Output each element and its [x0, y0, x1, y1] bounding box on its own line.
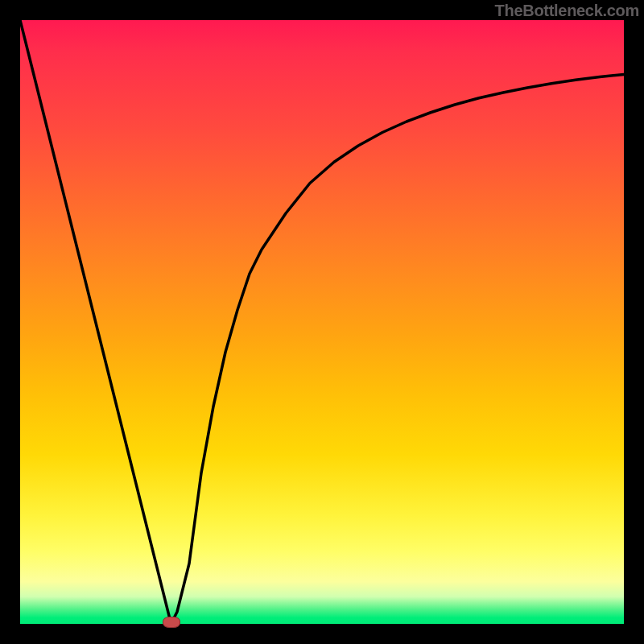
plot-frame	[20, 20, 624, 624]
optimum-marker	[163, 617, 180, 628]
bottleneck-curve	[20, 20, 624, 624]
credit-text: TheBottleneck.com	[495, 2, 639, 20]
